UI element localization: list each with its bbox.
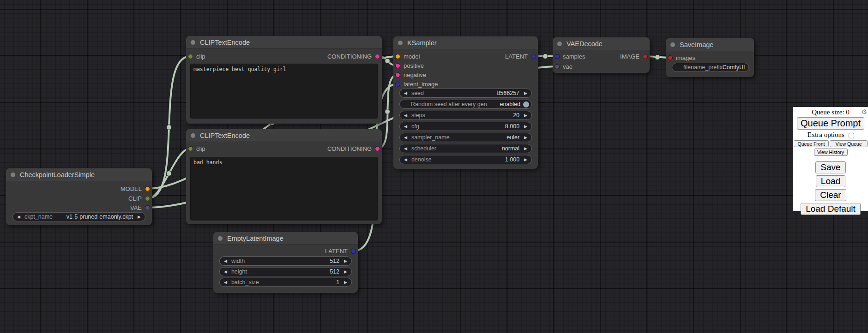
input-slot-positive: positive <box>395 61 424 70</box>
node-title: SaveImage <box>680 41 713 48</box>
right-arrow-icon[interactable]: ▶ <box>138 212 145 221</box>
left-arrow-icon[interactable]: ◀ <box>220 278 231 287</box>
collapse-dot-icon[interactable] <box>398 41 403 45</box>
denoise-widget[interactable]: ◀ denoise 1.000 ▶ <box>399 155 532 164</box>
model-output-port[interactable] <box>145 186 150 191</box>
vae-input-port[interactable] <box>555 64 560 69</box>
latent-output-port[interactable] <box>351 249 356 254</box>
node-title-bar[interactable]: CheckpointLoaderSimple <box>6 168 152 181</box>
right-arrow-icon[interactable]: ▶ <box>524 89 531 98</box>
vae-output-port[interactable] <box>145 205 150 210</box>
right-arrow-icon[interactable]: ▶ <box>344 256 351 266</box>
input-slot-samples: samples <box>555 52 585 61</box>
conditioning-output-port[interactable] <box>375 146 380 151</box>
queue-size-row: Queue size: 0 ⚙ <box>793 107 868 116</box>
output-slot-conditioning: CONDITIONING <box>327 52 380 61</box>
image-output-port[interactable] <box>643 54 648 59</box>
right-arrow-icon[interactable]: ▶ <box>524 155 531 164</box>
collapse-dot-icon[interactable] <box>557 42 562 46</box>
node-title-bar[interactable]: CLIPTextEncode <box>186 129 382 142</box>
steps-widget[interactable]: ◀ steps 20 ▶ <box>399 111 532 120</box>
node-title-bar[interactable]: SaveImage <box>666 38 754 51</box>
node-empty-latent-image[interactable]: EmptyLatentImage LATENT ◀ width 512 ▶ ◀ … <box>213 232 358 293</box>
images-input-port[interactable] <box>668 55 673 60</box>
node-ksampler[interactable]: KSampler model positive negative latent_… <box>393 36 538 169</box>
node-vae-decode[interactable]: VAEDecode samples vae IMAGE <box>553 37 650 73</box>
random-seed-toggle-widget[interactable]: Random seed after every gen enabled <box>399 100 532 109</box>
output-slot-latent: LATENT <box>325 246 356 256</box>
negative-prompt-textarea[interactable]: bad hands <box>190 157 378 220</box>
ckpt-name-widget[interactable]: ◀ ckpt_name v1-5-pruned-emaonly.ckpt ▶ <box>12 212 145 221</box>
node-title-bar[interactable]: EmptyLatentImage <box>213 232 358 245</box>
positive-prompt-textarea[interactable]: masterpiece best quality girl <box>190 64 378 119</box>
model-input-port[interactable] <box>395 54 400 59</box>
left-arrow-icon[interactable]: ◀ <box>220 267 231 276</box>
output-slot-clip: CLIP <box>128 194 150 203</box>
node-title-bar[interactable]: KSampler <box>393 36 538 49</box>
right-arrow-icon[interactable]: ▶ <box>344 267 351 276</box>
output-slot-latent: LATENT <box>505 52 536 61</box>
left-arrow-icon[interactable]: ◀ <box>400 111 411 120</box>
filename-prefix-widget[interactable]: filename_prefix ComfyUI <box>672 63 749 72</box>
collapse-dot-icon[interactable] <box>670 42 675 47</box>
width-widget[interactable]: ◀ width 512 ▶ <box>219 256 352 266</box>
node-clip-text-encode-positive[interactable]: CLIPTextEncode clip CONDITIONING masterp… <box>186 36 382 124</box>
clear-button[interactable]: Clear <box>815 189 846 201</box>
right-arrow-icon[interactable]: ▶ <box>524 144 531 153</box>
left-arrow-icon[interactable]: ◀ <box>400 122 411 131</box>
extra-options-row: Extra options <box>793 130 868 140</box>
collapse-dot-icon[interactable] <box>11 172 15 177</box>
queue-buttons-row: Queue Front View Queue <box>793 140 868 148</box>
view-queue-button[interactable]: View Queue <box>830 140 868 147</box>
latent-image-input-port[interactable] <box>395 82 400 87</box>
sampler-name-widget[interactable]: ◀ sampler_name euler ▶ <box>399 133 532 142</box>
gear-icon[interactable]: ⚙ <box>861 108 867 115</box>
positive-input-port[interactable] <box>395 63 400 68</box>
scheduler-widget[interactable]: ◀ scheduler normal ▶ <box>399 144 532 153</box>
left-arrow-icon[interactable]: ◀ <box>400 89 411 98</box>
node-save-image[interactable]: SaveImage images filename_prefix ComfyUI <box>666 38 754 77</box>
queue-front-button[interactable]: Queue Front <box>794 140 829 147</box>
collapse-dot-icon[interactable] <box>191 40 195 45</box>
right-arrow-icon[interactable]: ▶ <box>524 122 531 131</box>
node-clip-text-encode-negative[interactable]: CLIPTextEncode clip CONDITIONING bad han… <box>186 129 382 224</box>
collapse-dot-icon[interactable] <box>191 133 195 138</box>
input-slot-vae: vae <box>555 62 573 71</box>
samples-input-port[interactable] <box>555 54 560 59</box>
node-title-bar[interactable]: CLIPTextEncode <box>186 36 382 49</box>
left-arrow-icon[interactable]: ◀ <box>400 133 411 142</box>
collapse-dot-icon[interactable] <box>218 236 223 241</box>
input-slot-clip: clip <box>188 144 205 153</box>
seed-widget[interactable]: ◀ seed 8566257 ▶ <box>399 89 532 98</box>
clip-input-port[interactable] <box>188 54 193 59</box>
left-arrow-icon[interactable]: ◀ <box>220 256 231 266</box>
input-slot-model: model <box>395 52 420 61</box>
load-button[interactable]: Load <box>816 175 845 187</box>
latent-output-port[interactable] <box>531 54 536 59</box>
queue-prompt-button[interactable]: Queue Prompt <box>797 117 864 130</box>
node-checkpoint-loader-simple[interactable]: CheckpointLoaderSimple MODEL CLIP VAE ◀ … <box>6 168 152 225</box>
right-arrow-icon[interactable]: ▶ <box>344 278 351 287</box>
left-arrow-icon[interactable]: ◀ <box>400 155 411 164</box>
negative-input-port[interactable] <box>395 72 400 77</box>
queue-size-label: Queue size: 0 <box>812 108 850 116</box>
left-arrow-icon[interactable]: ◀ <box>400 144 411 153</box>
clip-output-port[interactable] <box>145 196 150 201</box>
extra-options-checkbox[interactable] <box>849 133 854 138</box>
height-widget[interactable]: ◀ height 512 ▶ <box>219 267 352 276</box>
node-title-bar[interactable]: VAEDecode <box>553 37 650 50</box>
toggle-enabled-icon[interactable] <box>523 101 529 107</box>
right-arrow-icon[interactable]: ▶ <box>524 133 531 142</box>
batch-size-widget[interactable]: ◀ batch_size 1 ▶ <box>219 278 352 287</box>
view-history-button[interactable]: View History <box>814 149 848 156</box>
clip-input-port[interactable] <box>188 146 193 151</box>
cfg-widget[interactable]: ◀ cfg 8.000 ▶ <box>399 122 532 131</box>
left-arrow-icon[interactable]: ◀ <box>13 212 24 221</box>
save-button[interactable]: Save <box>815 161 845 173</box>
conditioning-output-port[interactable] <box>375 54 380 59</box>
input-slot-images: images <box>668 53 695 62</box>
node-graph-canvas[interactable]: CheckpointLoaderSimple MODEL CLIP VAE ◀ … <box>0 0 868 333</box>
extra-options-label: Extra options <box>807 131 844 138</box>
load-default-button[interactable]: Load Default <box>801 203 861 215</box>
right-arrow-icon[interactable]: ▶ <box>524 111 531 120</box>
